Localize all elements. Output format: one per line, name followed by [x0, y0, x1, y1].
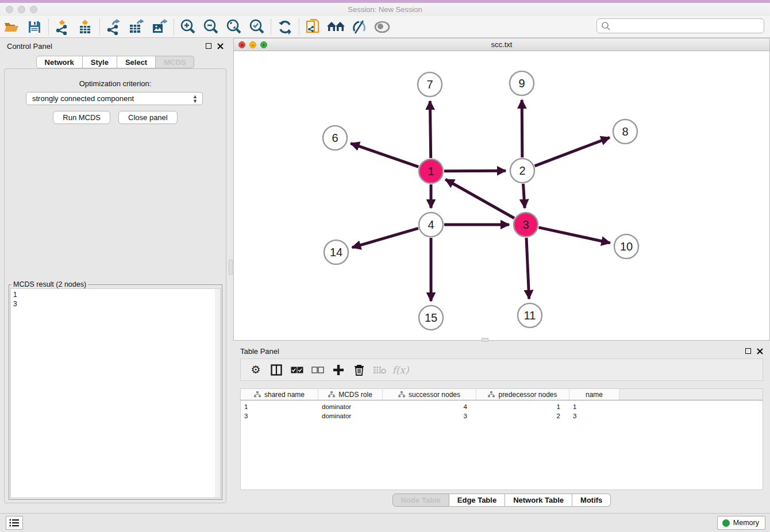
- search-field[interactable]: [596, 18, 764, 33]
- graph-node[interactable]: 15: [419, 306, 443, 330]
- graph-node[interactable]: 9: [510, 71, 534, 95]
- apply-layout-button[interactable]: [274, 18, 297, 36]
- close-table-panel-icon[interactable]: [757, 348, 763, 354]
- birdseye-view-button[interactable]: [371, 18, 394, 36]
- import-table-button[interactable]: [74, 18, 97, 36]
- table-header-row: shared name MCDS role successor nodes: [241, 389, 763, 400]
- graph-node[interactable]: 8: [613, 119, 637, 144]
- graph-edge[interactable]: [444, 171, 506, 171]
- graph-node[interactable]: 2: [510, 159, 534, 183]
- cell-successor-nodes[interactable]: 4: [383, 403, 476, 412]
- graph-edge[interactable]: [445, 179, 514, 218]
- tab-style[interactable]: Style: [83, 56, 117, 68]
- import-network-button[interactable]: [51, 18, 74, 36]
- tab-network[interactable]: Network: [36, 56, 83, 68]
- tab-mcds[interactable]: MCDS: [156, 56, 194, 68]
- show-columns-button[interactable]: [266, 361, 287, 379]
- hide-graphics-details-button[interactable]: [348, 18, 371, 36]
- cell-predecessor-nodes[interactable]: 2: [476, 412, 569, 421]
- cell-shared-name[interactable]: 1: [241, 403, 318, 412]
- network-minimize-icon[interactable]: −: [249, 41, 256, 48]
- mcds-result-list[interactable]: 1 3: [10, 288, 221, 498]
- deselect-all-button[interactable]: [307, 361, 328, 379]
- network-snapshot-button[interactable]: [302, 18, 325, 36]
- graph-edge[interactable]: [351, 144, 418, 167]
- column-header-predecessor-nodes[interactable]: predecessor nodes: [476, 389, 569, 400]
- graph-edge[interactable]: [522, 100, 522, 157]
- run-mcds-button[interactable]: Run MCDS: [53, 111, 110, 124]
- result-item[interactable]: 3: [13, 299, 218, 309]
- network-close-icon[interactable]: ✕: [238, 41, 245, 48]
- vertical-splitter-grip[interactable]: [229, 260, 233, 275]
- result-scrollbar[interactable]: [215, 289, 220, 498]
- first-neighbors-button[interactable]: [325, 18, 348, 36]
- tab-edge-table[interactable]: Edge Table: [449, 494, 505, 507]
- svg-text:14: 14: [330, 246, 342, 259]
- cell-successor-nodes[interactable]: 3: [383, 412, 476, 421]
- graph-edge[interactable]: [352, 228, 418, 247]
- export-image-button[interactable]: [148, 18, 171, 36]
- export-table-icon: [128, 19, 145, 35]
- float-table-panel-icon[interactable]: [745, 348, 751, 354]
- zoom-fit-button[interactable]: [222, 18, 245, 36]
- close-panel-icon[interactable]: [217, 43, 224, 49]
- graph-node[interactable]: 1: [419, 159, 443, 183]
- graph-edge[interactable]: [430, 101, 430, 158]
- graph-node[interactable]: 10: [614, 234, 638, 259]
- cell-name[interactable]: 3: [569, 412, 619, 421]
- network-canvas[interactable]: 1 2 3 4 6 7 8 9 10 11 14 15: [234, 51, 769, 340]
- column-header-name[interactable]: name: [569, 389, 619, 400]
- tab-select[interactable]: Select: [117, 56, 156, 68]
- close-panel-button[interactable]: Close panel: [118, 111, 178, 124]
- optimization-criterion-select[interactable]: strongly connected component ▲▼: [26, 92, 203, 105]
- svg-text:15: 15: [425, 311, 437, 324]
- graph-node[interactable]: 14: [324, 240, 348, 264]
- graph-node[interactable]: 4: [419, 213, 443, 237]
- zoom-out-button[interactable]: [199, 18, 222, 36]
- tab-node-table[interactable]: Node Table: [392, 494, 449, 507]
- svg-text:4: 4: [428, 218, 434, 231]
- node-table[interactable]: shared name MCDS role successor nodes: [240, 388, 763, 490]
- table-panel-title: Table Panel: [240, 347, 279, 356]
- graph-node[interactable]: 6: [323, 126, 347, 150]
- export-network-button[interactable]: [102, 18, 125, 36]
- tab-motifs[interactable]: Motifs: [572, 494, 611, 507]
- float-panel-icon[interactable]: [206, 43, 211, 49]
- table-row[interactable]: 3 dominator 3 2 3: [241, 412, 763, 421]
- zoom-in-button[interactable]: [176, 18, 199, 36]
- graph-node[interactable]: 7: [418, 72, 442, 97]
- result-item[interactable]: 1: [13, 290, 218, 299]
- graph-edge[interactable]: [523, 184, 525, 208]
- graph-node[interactable]: 3: [514, 213, 538, 237]
- add-column-button[interactable]: [328, 361, 349, 379]
- cell-shared-name[interactable]: 3: [241, 412, 318, 421]
- graph-edge[interactable]: [526, 238, 529, 299]
- tab-network-table[interactable]: Network Table: [505, 494, 572, 507]
- memory-button[interactable]: Memory: [717, 516, 765, 530]
- cell-mcds-role[interactable]: dominator: [318, 412, 383, 421]
- cell-mcds-role[interactable]: dominator: [318, 403, 383, 412]
- search-input[interactable]: [611, 20, 764, 32]
- graph-node[interactable]: 11: [518, 303, 542, 327]
- select-all-button[interactable]: [287, 361, 307, 379]
- graph-edge[interactable]: [535, 137, 610, 166]
- table-row[interactable]: 1 dominator 4 1 1: [241, 403, 763, 412]
- horizontal-splitter-grip[interactable]: [482, 338, 488, 342]
- svg-text:3: 3: [522, 218, 529, 231]
- column-header-mcds-role[interactable]: MCDS role: [318, 389, 383, 400]
- save-session-button[interactable]: [23, 18, 46, 36]
- deselect-all-icon: [311, 367, 324, 373]
- delete-column-button[interactable]: [349, 361, 369, 379]
- cell-predecessor-nodes[interactable]: 1: [476, 403, 569, 412]
- network-maximize-icon[interactable]: +: [260, 41, 267, 48]
- cell-name[interactable]: 1: [569, 403, 619, 412]
- graph-edge[interactable]: [538, 228, 610, 243]
- export-table-button[interactable]: [125, 18, 148, 36]
- network-window-titlebar[interactable]: scc.txt ✕ − +: [234, 38, 769, 51]
- zoom-selected-button[interactable]: [245, 18, 268, 36]
- column-header-successor-nodes[interactable]: successor nodes: [383, 389, 476, 400]
- task-history-button[interactable]: [6, 516, 23, 530]
- table-settings-button[interactable]: ⚙: [245, 361, 266, 379]
- column-header-shared-name[interactable]: shared name: [241, 389, 318, 400]
- open-session-button[interactable]: [0, 18, 23, 36]
